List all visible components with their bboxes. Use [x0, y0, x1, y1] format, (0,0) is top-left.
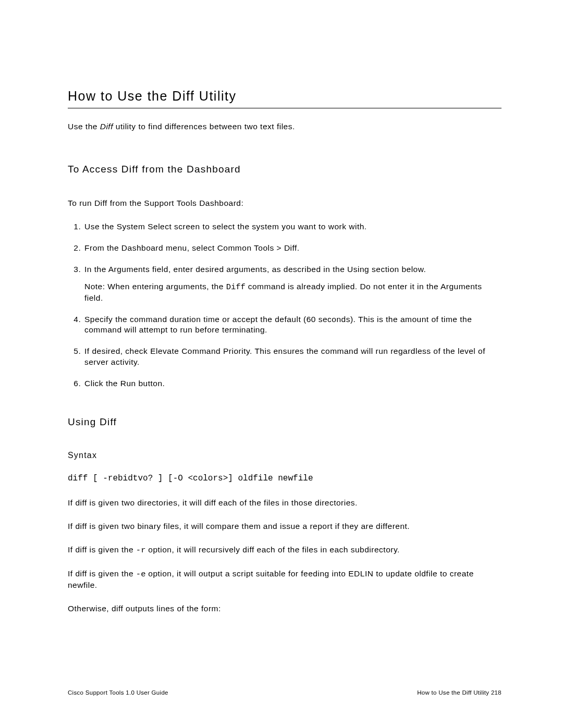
intro-pre: Use the: [68, 122, 100, 131]
using-p5: Otherwise, diff outputs lines of the for…: [68, 603, 501, 614]
footer-left: Cisco Support Tools 1.0 User Guide: [68, 689, 168, 696]
using-p1: If diff is given two directories, it wil…: [68, 498, 501, 509]
steps-list: Use the System Select screen to select t…: [68, 221, 501, 389]
using-p2: If diff is given two binary files, it wi…: [68, 521, 501, 532]
using-p3-pre: If diff is given the: [68, 545, 136, 554]
step-3-note: Note: When entering arguments, the Diff …: [84, 281, 501, 304]
using-p3-post: option, it will recursively diff each of…: [145, 545, 399, 554]
document-page: How to Use the Diff Utility Use the Diff…: [0, 0, 563, 728]
access-lead: To run Diff from the Support Tools Dashb…: [68, 198, 501, 209]
page-title: How to Use the Diff Utility: [68, 89, 501, 108]
using-p3-code: -r: [136, 546, 146, 555]
section-heading-using: Using Diff: [68, 416, 501, 428]
step-6: Click the Run button.: [83, 378, 501, 389]
step-5: If desired, check Elevate Command Priori…: [83, 346, 501, 368]
footer-right: How to Use the Diff Utility 218: [417, 689, 501, 696]
step-3-note-code: Diff: [226, 282, 246, 292]
step-2: From the Dashboard menu, select Common T…: [83, 243, 501, 254]
step-1: Use the System Select screen to select t…: [83, 221, 501, 232]
page-footer: Cisco Support Tools 1.0 User Guide How t…: [68, 689, 501, 696]
step-3-text: In the Arguments field, enter desired ar…: [84, 265, 426, 274]
step-2-text: From the Dashboard menu, select Common T…: [84, 243, 300, 252]
intro-paragraph: Use the Diff utility to find differences…: [68, 122, 501, 131]
using-p4: If diff is given the -e option, it will …: [68, 569, 501, 591]
step-3-note-pre: Note: When entering arguments, the: [84, 282, 226, 291]
step-1-text: Use the System Select screen to select t…: [84, 222, 367, 231]
step-5-text: If desired, check Elevate Command Priori…: [84, 347, 485, 366]
intro-emphasis: Diff: [100, 122, 113, 131]
step-6-text: Click the Run button.: [84, 379, 165, 388]
intro-post: utility to find differences between two …: [113, 122, 295, 131]
syntax-command: diff [ -rebidtvo? ] [-O <colors>] oldfil…: [68, 474, 501, 483]
step-4: Specify the command duration time or acc…: [83, 314, 501, 336]
using-p3: If diff is given the -r option, it will …: [68, 545, 501, 556]
syntax-heading: Syntax: [68, 451, 501, 460]
step-4-text: Specify the command duration time or acc…: [84, 315, 472, 335]
using-p4-pre: If diff is given the: [68, 569, 136, 578]
using-p4-code: -e: [136, 570, 146, 579]
step-3: In the Arguments field, enter desired ar…: [83, 264, 501, 304]
section-heading-access: To Access Diff from the Dashboard: [68, 164, 501, 175]
